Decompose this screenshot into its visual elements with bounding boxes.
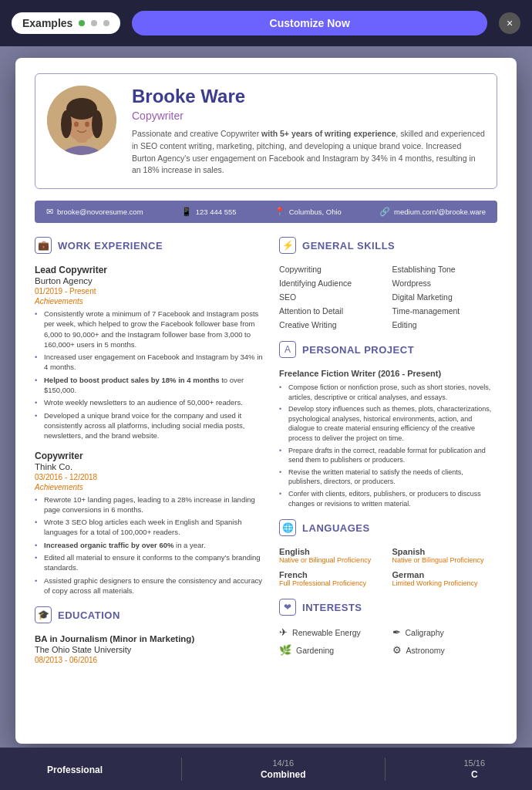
candidate-name: Brooke Ware <box>132 86 485 107</box>
job-2-achievements-label: Achievements <box>35 483 264 491</box>
interests-title: INTERESTS <box>302 602 362 613</box>
examples-pill: Examples <box>12 12 120 34</box>
job-1-company: Burton Agency <box>35 276 264 285</box>
lang-name: German <box>392 570 497 579</box>
close-button[interactable]: × <box>499 12 520 34</box>
project-bullets: Compose fiction or nonfiction prose, suc… <box>279 383 497 508</box>
bullet-item: Wrote 3 SEO blog articles each week in E… <box>35 517 264 538</box>
bottom-item-professional: Professional <box>47 763 103 775</box>
job-2-title: Copywriter <box>35 451 264 461</box>
contact-bar: ✉ brooke@novoresume.com 📱 123 444 555 📍 … <box>35 201 497 223</box>
right-column: ⚡ GENERAL SKILLS Copywriting Establishin… <box>279 237 497 675</box>
degree: BA in Journalism (Minor in Marketing) <box>35 634 264 643</box>
dot-inactive-1 <box>91 20 97 26</box>
avatar <box>47 86 116 155</box>
job-1: Lead Copywriter Burton Agency 01/2019 - … <box>35 265 264 441</box>
education-icon: 🎓 <box>35 606 52 623</box>
svg-point-7 <box>92 110 103 138</box>
customize-now-button[interactable]: Customize Now <box>132 11 487 35</box>
work-experience-header: 💼 WORK EXPERIENCE <box>35 237 264 257</box>
project-bullet: Compose fiction or nonfiction prose, suc… <box>279 383 497 402</box>
languages-section: 🌐 LANGUAGES English Native or Bilingual … <box>279 519 497 587</box>
bottom-label: Professional <box>47 765 103 775</box>
candidate-description: Passionate and creative Copywriter with … <box>132 128 485 177</box>
language-item: German Limited Working Proficiency <box>392 570 497 587</box>
languages-title: LANGUAGES <box>302 522 370 534</box>
two-column-layout: 💼 WORK EXPERIENCE Lead Copywriter Burton… <box>35 237 497 675</box>
job-1-title: Lead Copywriter <box>35 265 264 275</box>
bottom-item-c: 15/16 C <box>463 758 485 780</box>
project-bullet: Develop story influences such as themes,… <box>279 404 497 443</box>
location-icon: 📍 <box>274 207 285 217</box>
school: The Ohio State University <box>35 645 264 654</box>
job-2-bullets: Rewrote 10+ landing pages, leading to a … <box>35 495 264 596</box>
bullet-item: Helped to boost product sales by 18% in … <box>35 375 264 396</box>
work-experience-title: WORK EXPERIENCE <box>58 240 163 252</box>
phone-icon: 📱 <box>181 207 192 217</box>
skill-item: Identifying Audience <box>279 279 384 288</box>
interest-item: ✈ Renewable Energy <box>279 626 384 638</box>
language-item: Spanish Native or Bilingual Proficiency <box>392 547 497 564</box>
svg-point-5 <box>66 98 97 120</box>
dot-inactive-2 <box>103 20 109 26</box>
education-title: EDUCATION <box>58 609 120 621</box>
skill-item: Wordpress <box>392 279 497 288</box>
language-item: French Full Professional Proficiency <box>279 570 384 587</box>
interests-icon: ❤ <box>279 599 296 616</box>
skill-item: Attention to Detail <box>279 306 384 316</box>
contact-phone: 📱 123 444 555 <box>181 207 237 217</box>
header-info: Brooke Ware Copywriter Passionate and cr… <box>132 86 485 177</box>
skills-icon: ⚡ <box>279 237 296 254</box>
languages-icon: 🌐 <box>279 519 296 536</box>
interests-grid: ✈ Renewable Energy ✒ Caligraphy 🌿 Garden… <box>279 626 497 656</box>
lang-name: French <box>279 570 384 579</box>
bullet-item: Increased user engagement on Facebook an… <box>35 352 264 373</box>
lang-name: Spanish <box>392 547 497 556</box>
work-experience-section: 💼 WORK EXPERIENCE Lead Copywriter Burton… <box>35 237 264 596</box>
personal-project-section: A PERSONAL PROJECT Freelance Fiction Wri… <box>279 341 497 508</box>
gardening-icon: 🌿 <box>279 644 291 656</box>
svg-point-6 <box>61 110 72 138</box>
project-icon: A <box>279 341 296 358</box>
job-2-company: Think Co. <box>35 462 264 471</box>
svg-point-8 <box>74 122 79 127</box>
dot-active <box>79 20 85 26</box>
resume-modal: Brooke Ware Copywriter Passionate and cr… <box>15 58 517 744</box>
contact-website: 🔗 medium.com/@brooke.ware <box>379 207 486 217</box>
left-column: 💼 WORK EXPERIENCE Lead Copywriter Burton… <box>35 237 264 675</box>
interest-label: Renewable Energy <box>292 628 361 637</box>
avatar-image <box>47 86 116 155</box>
lang-level: Limited Working Proficiency <box>392 579 497 587</box>
general-skills-header: ⚡ GENERAL SKILLS <box>279 237 497 257</box>
languages-grid: English Native or Bilingual Proficiency … <box>279 547 497 587</box>
caligraphy-icon: ✒ <box>392 626 401 638</box>
project-bullet: Prepare drafts in the correct, readable … <box>279 446 497 465</box>
personal-project-header: A PERSONAL PROJECT <box>279 341 497 361</box>
bullet-item: Assisted graphic designers to ensure the… <box>35 576 264 596</box>
resume-content: Brooke Ware Copywriter Passionate and cr… <box>15 58 517 744</box>
bullet-item: Wrote weekly newsletters to an audience … <box>35 397 264 407</box>
bottom-item-combined: 14/16 Combined <box>261 758 306 780</box>
bottom-label: C <box>471 769 478 780</box>
top-bar: Examples Customize Now × <box>0 0 532 46</box>
lang-level: Full Professional Proficiency <box>279 579 384 587</box>
interests-header: ❤ INTERESTS <box>279 599 497 619</box>
bottom-num: 14/16 <box>272 758 294 768</box>
personal-project-title: PERSONAL PROJECT <box>302 344 414 356</box>
interest-label: Caligraphy <box>406 628 444 637</box>
skill-item: Copywriting <box>279 265 384 274</box>
skill-item: Creative Writing <box>279 320 384 329</box>
project-bullet: Confer with clients, editors, publishers… <box>279 489 497 508</box>
interest-item: ⚙ Astronomy <box>392 644 497 656</box>
astronomy-icon: ⚙ <box>392 644 402 656</box>
candidate-title: Copywriter <box>132 110 485 122</box>
education-section: 🎓 EDUCATION BA in Journalism (Minor in M… <box>35 606 264 664</box>
general-skills-section: ⚡ GENERAL SKILLS Copywriting Establishin… <box>279 237 497 329</box>
bottom-divider <box>181 758 182 781</box>
bottom-num: 15/16 <box>463 758 485 768</box>
interests-section: ❤ INTERESTS ✈ Renewable Energy ✒ Caligra… <box>279 599 497 656</box>
renewable-energy-icon: ✈ <box>279 626 288 638</box>
job-2: Copywriter Think Co. 03/2016 - 12/2018 A… <box>35 451 264 596</box>
education-header: 🎓 EDUCATION <box>35 606 264 626</box>
languages-header: 🌐 LANGUAGES <box>279 519 497 539</box>
